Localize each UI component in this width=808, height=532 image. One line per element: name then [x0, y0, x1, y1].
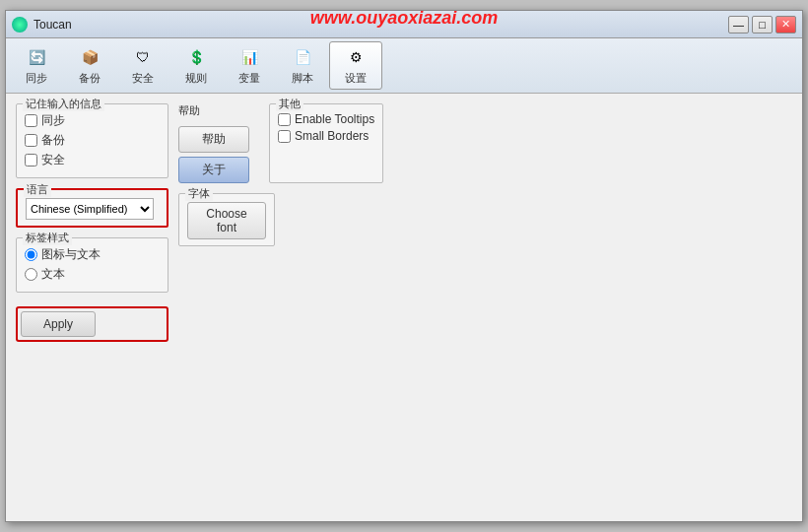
choose-font-button[interactable]: Choose font [187, 202, 266, 239]
help-section: 帮助 帮助 关于 [178, 103, 249, 183]
tab-settings-label: 设置 [345, 71, 367, 86]
radio-text[interactable] [25, 268, 37, 281]
checkbox-sync-row: 同步 [25, 112, 160, 129]
tab-vars-label: 变量 [238, 71, 260, 86]
minimize-button[interactable]: — [728, 16, 749, 33]
tab-settings[interactable]: ⚙ 设置 [329, 41, 382, 90]
other-section: 其他 Enable Tooltips Small Borders [269, 103, 383, 183]
script-icon: 📄 [291, 45, 314, 69]
tab-rules-label: 规则 [185, 71, 207, 86]
title-bar: Toucan www.ouyaoxiazai.com — □ ✕ [6, 11, 802, 38]
checkbox-security-row: 安全 [25, 152, 160, 168]
radio-icon-text-label: 图标与文本 [41, 246, 101, 263]
tab-vars[interactable]: 📊 变量 [223, 41, 276, 90]
small-borders-row: Small Borders [278, 129, 374, 143]
checkbox-backup-row: 备份 [25, 132, 160, 149]
main-window: Toucan www.ouyaoxiazai.com — □ ✕ 🔄 同步 📦 … [5, 10, 803, 522]
radio-text-label: 文本 [41, 266, 65, 283]
checkbox-tooltips[interactable] [278, 113, 291, 126]
apply-button-wrapper: Apply [16, 306, 168, 342]
label-style-section: 标签样式 图标与文本 文本 [16, 237, 168, 293]
tab-script[interactable]: 📄 脚本 [276, 41, 329, 90]
label-style-section-title: 标签样式 [23, 231, 72, 245]
checkbox-backup-label: 备份 [41, 132, 65, 149]
watermark: www.ouyaoxiazai.com [310, 8, 498, 29]
small-borders-label: Small Borders [295, 129, 369, 143]
remember-section: 记住输入的信息 同步 备份 安全 [16, 103, 168, 178]
right-top: 帮助 帮助 关于 其他 Enable Tooltips Small Border… [178, 103, 792, 183]
tab-security[interactable]: 🛡 安全 [116, 41, 169, 90]
checkbox-small-borders[interactable] [278, 130, 291, 143]
rules-icon: 💲 [184, 45, 208, 69]
left-panel: 记住输入的信息 同步 备份 安全 语言 Chinese (Simpl [16, 103, 168, 511]
remember-section-title: 记住输入的信息 [23, 97, 104, 111]
tooltips-label: Enable Tooltips [295, 112, 374, 126]
other-section-title: 其他 [276, 97, 303, 111]
security-icon: 🛡 [131, 45, 155, 69]
about-button[interactable]: 关于 [178, 157, 249, 183]
toolbar: 🔄 同步 📦 备份 🛡 安全 💲 规则 📊 变量 📄 脚本 ⚙ 设置 [6, 38, 802, 94]
window-controls: — □ ✕ [728, 16, 796, 33]
checkbox-sync-label: 同步 [41, 112, 65, 129]
tab-security-label: 安全 [132, 71, 154, 86]
radio-icon-text[interactable] [25, 248, 37, 261]
backup-icon: 📦 [78, 45, 101, 69]
language-section-title: 语言 [24, 182, 51, 197]
app-icon [12, 17, 28, 33]
sync-icon: 🔄 [25, 45, 48, 69]
radio-text-row: 文本 [25, 266, 160, 283]
close-button[interactable]: ✕ [775, 16, 796, 33]
checkbox-sync[interactable] [25, 114, 37, 127]
tab-sync-label: 同步 [26, 71, 47, 86]
checkbox-security[interactable] [25, 154, 37, 166]
right-panel: 帮助 帮助 关于 其他 Enable Tooltips Small Border… [178, 103, 792, 511]
title-bar-left: Toucan [12, 17, 72, 33]
window-title: Toucan [34, 18, 72, 32]
maximize-button[interactable]: □ [752, 16, 773, 33]
apply-button[interactable]: Apply [21, 311, 96, 337]
checkbox-backup[interactable] [25, 134, 37, 147]
checkbox-security-label: 安全 [41, 152, 65, 168]
tab-backup[interactable]: 📦 备份 [63, 41, 116, 90]
vars-icon: 📊 [237, 45, 261, 69]
tooltips-row: Enable Tooltips [278, 112, 374, 126]
language-select[interactable]: Chinese (Simplified) English French Germ… [26, 198, 154, 220]
font-section-title: 字体 [185, 186, 213, 201]
language-section: 语言 Chinese (Simplified) English French G… [16, 188, 168, 228]
tab-script-label: 脚本 [292, 71, 313, 86]
settings-icon: ⚙ [344, 45, 368, 69]
tab-sync[interactable]: 🔄 同步 [10, 41, 63, 90]
help-section-title: 帮助 [178, 103, 249, 118]
content-area: 记住输入的信息 同步 备份 安全 语言 Chinese (Simpl [6, 94, 802, 521]
help-button[interactable]: 帮助 [178, 126, 249, 153]
tab-rules[interactable]: 💲 规则 [169, 41, 223, 90]
font-section: 字体 Choose font [178, 193, 275, 246]
right-bottom: 字体 Choose font [178, 193, 792, 246]
radio-icon-text-row: 图标与文本 [25, 246, 160, 263]
tab-backup-label: 备份 [79, 71, 101, 86]
